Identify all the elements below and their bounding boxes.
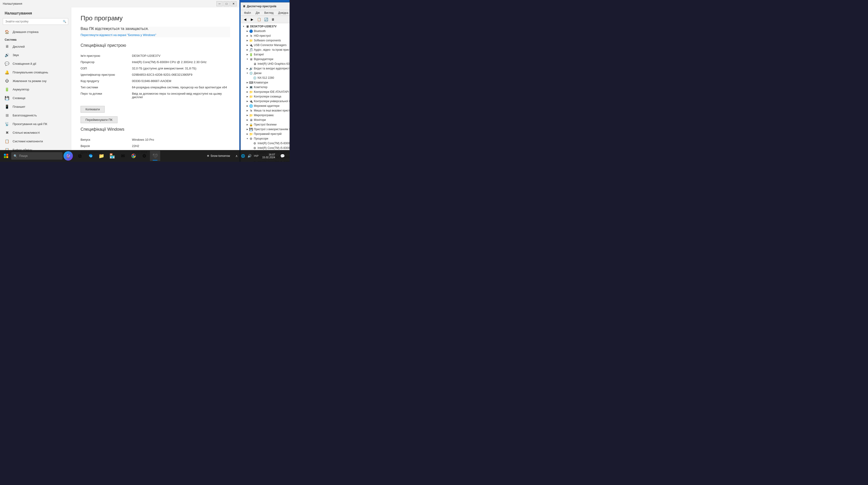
dm-forward-button[interactable]: ▶ bbox=[249, 17, 255, 22]
sidebar-item-shared[interactable]: ✖ Спільні можливості bbox=[0, 128, 71, 137]
root-collapse-icon[interactable]: ▼ bbox=[242, 25, 245, 28]
taskbar-mail[interactable]: ✉ bbox=[118, 151, 128, 161]
search-input[interactable] bbox=[3, 18, 68, 25]
processors-toggle[interactable]: ▼ bbox=[245, 137, 249, 141]
taskbar-task-view[interactable]: ⧉ bbox=[75, 151, 85, 161]
tree-item-batteries[interactable]: ▶ 🔋 Батареї bbox=[241, 52, 289, 57]
maximize-button[interactable]: □ bbox=[223, 1, 229, 6]
usb-ctrl-toggle[interactable]: ▶ bbox=[245, 99, 249, 103]
tree-item-monitors[interactable]: ▶ 🖥 Монітори bbox=[241, 118, 289, 122]
tree-item-processors[interactable]: ▼ ⚙ Процесори bbox=[241, 136, 289, 141]
sidebar-item-battery[interactable]: 🔋 Акумулятор bbox=[0, 85, 71, 94]
tree-item-cpu2[interactable]: ⚙ Intel(R) Core(TM) i5-8300H CPU @ 2.30G… bbox=[241, 146, 289, 150]
hid-toggle[interactable]: ▶ bbox=[245, 34, 249, 38]
dm-root-node[interactable]: ▼ 🖥 DESKTOP-U20E37V bbox=[241, 24, 289, 29]
tree-item-hid[interactable]: ▶ 🖱 HID-пристрої bbox=[241, 33, 289, 38]
taskbar-explorer[interactable]: 📁 bbox=[96, 151, 106, 161]
network-toggle[interactable]: ▶ bbox=[245, 104, 249, 108]
tree-item-cpu1[interactable]: ⚙ Intel(R) Core(TM) i5-8300H CPU @ 2.30G… bbox=[241, 141, 289, 146]
close-button[interactable]: ✕ bbox=[230, 1, 237, 6]
display-toggle[interactable]: ▼ bbox=[245, 57, 249, 61]
batteries-toggle[interactable]: ▶ bbox=[245, 53, 249, 56]
tray-volume-icon[interactable]: 🔊 bbox=[247, 153, 252, 159]
firmware-toggle[interactable]: ▶ bbox=[245, 113, 249, 117]
tree-item-audio-io[interactable]: ▶ 🔊 Вхідні та вихідні аудіопристрої bbox=[241, 66, 289, 71]
security-link[interactable]: Переглянути відомості на екрані "Безпека… bbox=[81, 33, 230, 37]
taskbar-weather[interactable]: ❄ Snow tomorrow bbox=[205, 153, 232, 159]
audio-io-toggle[interactable]: ▶ bbox=[245, 67, 249, 70]
start-button[interactable] bbox=[1, 151, 11, 161]
taskbar-edge[interactable] bbox=[86, 151, 96, 161]
tree-item-security[interactable]: ▶ 🔒 Пристрої безпеки bbox=[241, 122, 289, 127]
taskbar-clock[interactable]: 16:07 15.02.2024 bbox=[261, 152, 277, 160]
tree-item-memory-tech[interactable]: ▶ 💾 Пристрої з використанням технології … bbox=[241, 127, 289, 132]
ide-toggle[interactable]: ▶ bbox=[245, 90, 249, 94]
tray-expand-icon[interactable]: ∧ bbox=[234, 153, 239, 159]
tree-item-display-adapters[interactable]: ▼ 🖥 Відеоадаптери bbox=[241, 57, 289, 61]
tree-item-storage-controllers[interactable]: ▶ 📁 Контролери сховища bbox=[241, 94, 289, 99]
sidebar-item-focus[interactable]: 🔔 Планувальник сповіщень bbox=[0, 68, 71, 77]
cortana-button[interactable]: 🔮 bbox=[64, 151, 73, 161]
tree-item-network-adapters[interactable]: ▶ 🌐 Мережеві адаптери bbox=[241, 104, 289, 108]
sidebar-item-multitask[interactable]: ⊞ Багатозадачність bbox=[0, 111, 71, 120]
taskbar-terminal[interactable]: 🖤 bbox=[150, 151, 160, 161]
taskbar-store[interactable]: 🏪 bbox=[107, 151, 117, 161]
dm-title: 🖥 Диспетчер пристроїв bbox=[243, 5, 276, 8]
copy-button[interactable]: Копіювати bbox=[81, 106, 104, 113]
tree-item-keyboards[interactable]: ▶ ⌨ Клавіатури bbox=[241, 80, 289, 85]
dm-computer-button[interactable]: 🖥 bbox=[270, 17, 276, 22]
sidebar-item-power[interactable]: ⏻ Живлення та режим сну bbox=[0, 77, 71, 85]
notification-center-button[interactable]: 💬 bbox=[278, 151, 287, 161]
monitors-toggle[interactable]: ▶ bbox=[245, 118, 249, 122]
sidebar-item-tablet[interactable]: 📱 Планшет bbox=[0, 103, 71, 111]
tree-item-software-components[interactable]: ▶ 📁 Software components bbox=[241, 38, 289, 43]
software-dev-toggle[interactable]: ▶ bbox=[245, 132, 249, 136]
dm-properties-button[interactable]: 📋 bbox=[256, 17, 262, 22]
dm-update-button[interactable]: 🔄 bbox=[263, 17, 269, 22]
taskbar-settings-app[interactable]: ⚙ bbox=[139, 151, 150, 161]
dm-menu-view[interactable]: Вигляд bbox=[262, 10, 276, 15]
tree-item-uhd-graphics[interactable]: 🖥 Intel(R) UHD Graphics 630 bbox=[241, 61, 289, 66]
tree-item-bluetooth[interactable]: ▶ 🔵 Bluetooth bbox=[241, 29, 289, 33]
dm-menu-file[interactable]: Файл bbox=[242, 10, 253, 15]
power-icon: ⏻ bbox=[5, 79, 9, 83]
mice-toggle[interactable]: ▶ bbox=[245, 109, 249, 112]
software-toggle[interactable]: ▶ bbox=[245, 38, 249, 42]
disk-toggle[interactable]: ▼ bbox=[245, 71, 249, 75]
storage-toggle[interactable]: ▶ bbox=[245, 95, 249, 98]
tree-item-usb-controllers[interactable]: ▶ 🔌 Контролери універсальної послідовної… bbox=[241, 99, 289, 104]
audio-toggle[interactable]: ▶ bbox=[245, 48, 249, 52]
sidebar-item-storage[interactable]: 💾 Сховище bbox=[0, 94, 71, 103]
sidebar-item-sound[interactable]: 🔊 Звук bbox=[0, 51, 71, 59]
tree-item-nx512[interactable]: 💿 NX-512 2280 bbox=[241, 76, 289, 80]
rename-button[interactable]: Перейменувати ПК bbox=[81, 116, 118, 123]
bluetooth-toggle[interactable]: ▶ bbox=[245, 29, 249, 33]
dm-menu-help[interactable]: Довідка bbox=[276, 10, 289, 15]
memory-toggle[interactable]: ▶ bbox=[245, 127, 249, 131]
taskbar-chrome[interactable] bbox=[128, 151, 139, 161]
minimize-button[interactable]: ─ bbox=[216, 1, 222, 6]
tree-item-usb-connectors[interactable]: ▶ 🔌 USB Connector Managers bbox=[241, 43, 289, 48]
sidebar-item-notifications[interactable]: 💬 Сповіщення й дії bbox=[0, 59, 71, 68]
tree-item-mice[interactable]: ▶ 🖱 Миша та інші вказівні пристрої bbox=[241, 108, 289, 113]
dm-menu-action[interactable]: Дія bbox=[253, 10, 262, 15]
tree-item-firmware[interactable]: ▶ 📁 Мікропрограма: bbox=[241, 113, 289, 118]
taskbar-search[interactable]: 🔍 Пошук bbox=[11, 152, 63, 160]
tree-item-disk-drives[interactable]: ▼ 💿 Диски bbox=[241, 71, 289, 76]
sidebar-item-home[interactable]: 🏠 Домашня сторінка bbox=[0, 28, 71, 36]
dm-tree[interactable]: ▼ 🖥 DESKTOP-U20E37V ▶ 🔵 Bluetooth ▶ 🖱 HI… bbox=[241, 23, 289, 162]
sidebar-item-display[interactable]: 🖥 Дисплей bbox=[0, 42, 71, 51]
usb-toggle[interactable]: ▶ bbox=[245, 43, 249, 47]
dm-back-button[interactable]: ◀ bbox=[242, 17, 248, 22]
tray-language-icon[interactable]: УКР bbox=[253, 153, 259, 159]
sidebar-item-system-components[interactable]: 📋 Системні компоненти bbox=[0, 137, 71, 146]
tree-item-computer[interactable]: ▶ 💻 Комп'ютер bbox=[241, 85, 289, 89]
tree-item-audio-video[interactable]: ▶ 🎵 Аудіо-, відео- та ігрові пристрої bbox=[241, 48, 289, 52]
computer-toggle[interactable]: ▶ bbox=[245, 85, 249, 89]
sidebar-item-projecting[interactable]: 📡 Проєктування на цей ПК bbox=[0, 120, 71, 128]
tree-item-software-device[interactable]: ▶ 📁 Програмний пристрій bbox=[241, 132, 289, 136]
tray-network-icon[interactable]: 🌐 bbox=[240, 153, 246, 159]
tree-item-ide[interactable]: ▶ 📁 Контролери IDE ATA/ATAPI bbox=[241, 89, 289, 94]
spec-row-version: Версія 22H2 bbox=[81, 143, 230, 149]
security-toggle[interactable]: ▶ bbox=[245, 123, 249, 126]
